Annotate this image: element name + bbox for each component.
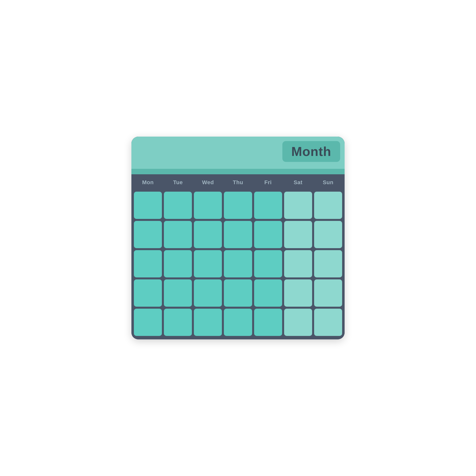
table-row[interactable] xyxy=(284,221,312,248)
calendar-header: Month xyxy=(131,137,345,169)
table-row[interactable] xyxy=(134,279,162,307)
calendar-month-title: Month xyxy=(291,144,331,159)
calendar-wrapper: Month Mon Tue Wed Thu Fri Sat Sun xyxy=(126,126,350,350)
table-row[interactable] xyxy=(314,279,342,307)
calendar: Month Mon Tue Wed Thu Fri Sat Sun xyxy=(131,137,345,339)
table-row[interactable] xyxy=(254,309,282,336)
table-row[interactable] xyxy=(254,279,282,307)
table-row[interactable] xyxy=(194,250,222,277)
table-row[interactable] xyxy=(164,309,192,336)
calendar-subheader-bar xyxy=(131,169,345,174)
table-row[interactable] xyxy=(284,279,312,307)
table-row[interactable] xyxy=(284,250,312,277)
table-row[interactable] xyxy=(134,221,162,248)
table-row[interactable] xyxy=(314,309,342,336)
table-row[interactable] xyxy=(194,279,222,307)
day-label-tue: Tue xyxy=(164,174,192,190)
table-row[interactable] xyxy=(314,221,342,248)
day-label-mon: Mon xyxy=(134,174,162,190)
table-row[interactable] xyxy=(314,192,342,219)
table-row[interactable] xyxy=(194,309,222,336)
calendar-days-header: Mon Tue Wed Thu Fri Sat Sun xyxy=(131,174,345,190)
day-label-sat: Sat xyxy=(284,174,312,190)
day-label-wed: Wed xyxy=(194,174,222,190)
table-row[interactable] xyxy=(164,250,192,277)
table-row[interactable] xyxy=(314,250,342,277)
calendar-grid xyxy=(131,190,345,339)
table-row[interactable] xyxy=(164,192,192,219)
table-row[interactable] xyxy=(164,279,192,307)
table-row[interactable] xyxy=(224,192,252,219)
table-row[interactable] xyxy=(224,250,252,277)
day-label-sun: Sun xyxy=(314,174,342,190)
day-label-fri: Fri xyxy=(254,174,282,190)
table-row[interactable] xyxy=(194,192,222,219)
table-row[interactable] xyxy=(224,279,252,307)
table-row[interactable] xyxy=(254,221,282,248)
table-row[interactable] xyxy=(134,309,162,336)
day-label-thu: Thu xyxy=(224,174,252,190)
table-row[interactable] xyxy=(254,192,282,219)
table-row[interactable] xyxy=(284,192,312,219)
table-row[interactable] xyxy=(254,250,282,277)
table-row[interactable] xyxy=(284,309,312,336)
calendar-title-area: Month xyxy=(282,141,340,162)
table-row[interactable] xyxy=(134,250,162,277)
table-row[interactable] xyxy=(194,221,222,248)
table-row[interactable] xyxy=(224,309,252,336)
table-row[interactable] xyxy=(224,221,252,248)
table-row[interactable] xyxy=(164,221,192,248)
table-row[interactable] xyxy=(134,192,162,219)
